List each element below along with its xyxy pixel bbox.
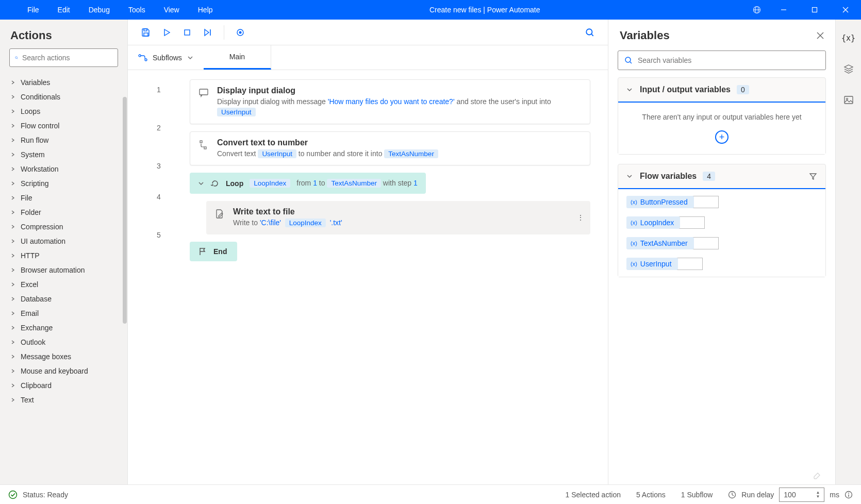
save-button[interactable] xyxy=(136,23,156,42)
action-category[interactable]: System xyxy=(0,147,127,162)
svg-line-8 xyxy=(17,58,18,59)
variables-rail-button[interactable]: {x} xyxy=(839,29,858,47)
action-category[interactable]: Text xyxy=(0,393,127,407)
svg-rect-26 xyxy=(845,96,853,104)
action-category[interactable]: Clipboard xyxy=(0,378,127,393)
environment-badge[interactable] xyxy=(748,4,766,16)
step-write-text-to-file[interactable]: Write text to file Write to 'C:\file' Lo… xyxy=(206,201,590,234)
loop-variable: LoopIndex xyxy=(250,179,290,188)
svg-rect-9 xyxy=(144,29,147,31)
line-number: 4 xyxy=(128,189,190,227)
action-category[interactable]: Browser automation xyxy=(0,263,127,277)
subflows-dropdown[interactable]: Subflows xyxy=(128,45,204,70)
line-number: 5 xyxy=(128,227,190,258)
svg-point-28 xyxy=(9,491,17,498)
menu-file[interactable]: File xyxy=(18,2,48,18)
right-rail: {x} xyxy=(835,20,861,484)
step-end[interactable]: End xyxy=(190,242,237,261)
action-category[interactable]: Run flow xyxy=(0,133,127,147)
step-loop[interactable]: Loop LoopIndex from 1 to TextAsNumber wi… xyxy=(190,173,426,194)
io-count-badge: 0 xyxy=(737,85,749,94)
action-category[interactable]: HTTP xyxy=(0,248,127,263)
add-variable-button[interactable]: + xyxy=(715,130,728,144)
menu-view[interactable]: View xyxy=(155,2,189,18)
variables-search-input[interactable] xyxy=(638,56,819,64)
action-category[interactable]: Loops xyxy=(0,104,127,119)
statusbar: Status: Ready 1 Selected action 5 Action… xyxy=(0,484,861,504)
flow-canvas: 1 2 3 4 5 Display input dialog Display i… xyxy=(128,70,608,484)
action-category[interactable]: Flow control xyxy=(0,119,127,133)
actions-search[interactable] xyxy=(9,48,118,67)
chevron-down-icon xyxy=(626,87,633,93)
tab-main[interactable]: Main xyxy=(204,45,271,70)
images-rail-button[interactable] xyxy=(839,91,858,109)
search-flow-button[interactable] xyxy=(580,23,600,42)
actions-search-input[interactable] xyxy=(22,54,112,62)
svg-rect-4 xyxy=(813,8,817,12)
action-category[interactable]: Folder xyxy=(0,205,127,220)
menu-edit[interactable]: Edit xyxy=(48,2,79,18)
action-category[interactable]: Message boxes xyxy=(0,349,127,364)
menu-tools[interactable]: Tools xyxy=(119,2,155,18)
action-category[interactable]: Outlook xyxy=(0,335,127,349)
actions-header: Actions xyxy=(0,20,127,48)
action-category[interactable]: Scripting xyxy=(0,176,127,191)
chevron-down-icon[interactable] xyxy=(198,180,204,187)
minimize-button[interactable] xyxy=(770,0,797,20)
action-category[interactable]: File xyxy=(0,191,127,205)
dialog-icon xyxy=(198,86,210,98)
svg-point-17 xyxy=(139,55,141,57)
action-category[interactable]: Compression xyxy=(0,220,127,234)
maximize-button[interactable] xyxy=(801,0,828,20)
variable-chip[interactable]: (x)LoopIndex xyxy=(626,216,680,229)
layers-rail-button[interactable] xyxy=(839,60,858,78)
action-category[interactable]: UI automation xyxy=(0,234,127,248)
step-menu-button[interactable]: ⋮ xyxy=(577,213,584,222)
action-category[interactable]: Exchange xyxy=(0,321,127,335)
close-button[interactable] xyxy=(832,0,859,20)
flow-variable-row[interactable]: (x)TextAsNumber xyxy=(622,236,821,251)
step-convert-text-to-number[interactable]: Convert text to number Convert text User… xyxy=(190,131,590,166)
info-icon[interactable] xyxy=(845,491,853,499)
toolbar xyxy=(128,20,608,45)
step-button[interactable] xyxy=(198,23,218,42)
subflow-bar: Subflows Main xyxy=(128,45,608,70)
search-icon xyxy=(624,56,633,64)
flow-variable-row[interactable]: (x)LoopIndex xyxy=(622,215,821,230)
step-display-input-dialog[interactable]: Display input dialog Display input dialo… xyxy=(190,79,590,124)
io-variables-header[interactable]: Input / output variables0 xyxy=(618,78,825,103)
variables-search[interactable] xyxy=(618,51,826,70)
flow-variable-row[interactable]: (x)ButtonPressed xyxy=(622,194,821,210)
io-variables-title: Input / output variables xyxy=(640,85,731,94)
flow-variables-header[interactable]: Flow variables4 xyxy=(618,164,825,189)
eraser-icon[interactable] xyxy=(813,470,822,479)
menu-help[interactable]: Help xyxy=(189,2,222,18)
actions-list: VariablesConditionalsLoopsFlow controlRu… xyxy=(0,73,127,484)
run-delay-input[interactable]: 100 ▲▼ xyxy=(779,488,824,502)
action-category[interactable]: Conditionals xyxy=(0,90,127,104)
filter-icon[interactable] xyxy=(809,172,817,180)
action-category[interactable]: Workstation xyxy=(0,162,127,176)
menu-debug[interactable]: Debug xyxy=(79,2,119,18)
step-title: Convert text to number xyxy=(217,138,582,147)
stop-button[interactable] xyxy=(177,23,197,42)
status-ok-icon xyxy=(8,490,18,499)
scrollbar[interactable] xyxy=(122,97,127,355)
svg-point-27 xyxy=(846,98,848,100)
record-button[interactable] xyxy=(230,23,250,42)
variable-chip[interactable]: (x)TextAsNumber xyxy=(626,237,694,249)
action-category[interactable]: Variables xyxy=(0,75,127,90)
svg-point-18 xyxy=(145,59,147,61)
action-category[interactable]: Email xyxy=(0,306,127,321)
action-category[interactable]: Excel xyxy=(0,277,127,292)
flow-variable-row[interactable]: (x)UserInput xyxy=(622,256,821,272)
delay-down[interactable]: ▼ xyxy=(816,495,820,499)
svg-line-25 xyxy=(630,62,632,63)
close-panel-button[interactable] xyxy=(817,32,824,39)
variable-chip[interactable]: (x)UserInput xyxy=(626,258,678,270)
action-category[interactable]: Database xyxy=(0,292,127,306)
svg-rect-10 xyxy=(144,33,148,36)
run-button[interactable] xyxy=(157,23,176,42)
variable-chip[interactable]: (x)ButtonPressed xyxy=(626,196,694,208)
action-category[interactable]: Mouse and keyboard xyxy=(0,364,127,378)
